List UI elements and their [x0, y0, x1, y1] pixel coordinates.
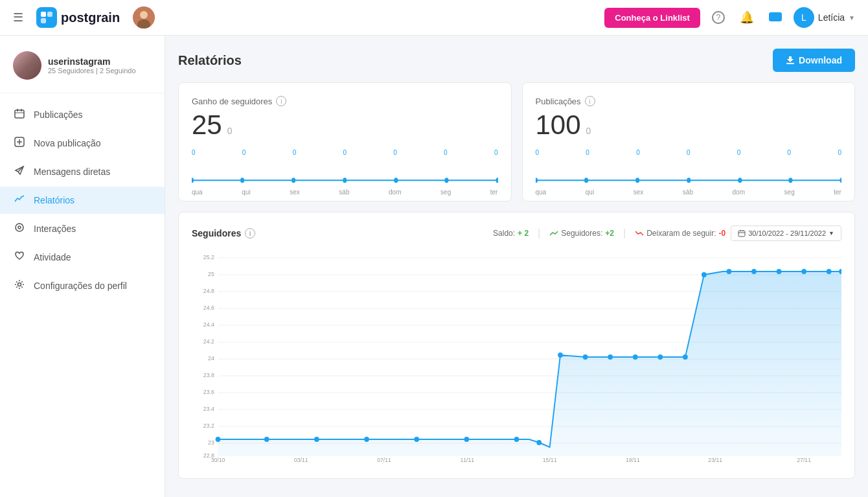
sidebar-item-interacoes[interactable]: Interações — [0, 215, 165, 242]
svg-text:24.2: 24.2 — [203, 338, 214, 345]
mini-chart-seguidores: 0 0 0 0 0 0 0 — [192, 149, 498, 188]
data-point — [683, 354, 688, 360]
chevron-down-icon: ▼ — [849, 14, 855, 21]
data-point — [801, 269, 806, 274]
data-point — [464, 437, 469, 442]
sidebar-username: userinstagram — [48, 56, 136, 67]
followers-header: Seguidores i Saldo: + 2 | Seguidores: +2… — [192, 225, 841, 241]
mini-chart-days-pub: qua qui sex sáb dom seg ter — [536, 189, 842, 196]
messages-button[interactable] — [765, 7, 786, 28]
help-button[interactable]: ? — [708, 7, 729, 28]
sidebar-avatar — [13, 51, 41, 80]
chart-icon — [13, 194, 26, 207]
linklist-button[interactable]: Conheça o Linklist — [604, 8, 700, 28]
logo: postgrain — [36, 7, 120, 28]
svg-text:19/11: 19/11 — [626, 457, 640, 463]
sidebar-item-publicacoes[interactable]: Publicações — [0, 101, 165, 128]
svg-text:11/11: 11/11 — [460, 457, 474, 463]
svg-point-34 — [839, 178, 841, 183]
data-point — [751, 269, 757, 274]
svg-point-28 — [536, 178, 538, 183]
data-point — [777, 269, 782, 274]
svg-point-22 — [291, 178, 295, 183]
user-menu[interactable]: L Letícia ▼ — [794, 7, 855, 28]
calendar-icon — [13, 108, 26, 121]
sidebar-label-interacoes: Interações — [34, 224, 76, 234]
trend-down-icon — [635, 230, 644, 237]
svg-point-21 — [240, 178, 244, 183]
svg-text:23/11: 23/11 — [708, 457, 722, 463]
send-icon — [13, 165, 26, 178]
trend-up-icon — [549, 230, 558, 237]
topnav-profile-avatar[interactable] — [133, 6, 155, 29]
download-icon — [786, 56, 795, 65]
sidebar-label-publicacoes: Publicações — [34, 110, 83, 120]
metric-change-seguidores: 0 — [227, 126, 233, 136]
area-fill — [218, 272, 841, 456]
followers-chart-svg: 25.2 25 24.8 24.6 24.4 24.2 24 23.8 23.6… — [192, 251, 841, 465]
svg-point-16 — [18, 226, 21, 229]
svg-text:03/11: 03/11 — [294, 457, 308, 463]
followers-chart-container: 25.2 25 24.8 24.6 24.4 24.2 24 23.8 23.6… — [192, 251, 841, 465]
sidebar-item-relatorios[interactable]: Relatórios — [0, 187, 165, 214]
mini-chart-days-seguidores: qua qui sex sáb dom seg ter — [192, 189, 498, 196]
info-icon-followers[interactable]: i — [245, 228, 255, 238]
followers-title: Seguidores i — [192, 228, 255, 238]
sidebar-profile-info: userinstagram 25 Seguidores | 2 Seguindo — [48, 56, 136, 75]
sidebar-label-configuracoes: Configurações do perfil — [34, 281, 127, 291]
svg-rect-1 — [47, 12, 52, 17]
info-icon[interactable]: i — [276, 96, 286, 106]
date-range-button[interactable]: 30/10/2022 - 29/11/2022 ▼ — [731, 225, 841, 241]
svg-text:24: 24 — [208, 355, 214, 362]
sidebar-profile: userinstagram 25 Seguidores | 2 Seguindo — [0, 46, 165, 93]
svg-rect-18 — [786, 63, 794, 64]
data-point — [514, 437, 520, 442]
svg-text:25: 25 — [208, 271, 214, 277]
divider2: | — [623, 227, 626, 239]
sidebar-item-atividade[interactable]: Atividade — [0, 244, 165, 271]
svg-text:15/11: 15/11 — [543, 457, 557, 463]
main-content: Relatórios Download Ganho de seguidores … — [165, 36, 868, 497]
interactions-icon — [13, 222, 26, 235]
download-button[interactable]: Download — [773, 49, 855, 72]
svg-point-4 — [140, 11, 148, 19]
notifications-button[interactable]: 🔔 — [737, 7, 757, 28]
chat-icon — [768, 12, 782, 23]
data-point — [536, 440, 542, 445]
metric-card-title-seguidores: Ganho de seguidores i — [192, 96, 498, 106]
svg-text:27/11: 27/11 — [797, 457, 811, 463]
svg-point-29 — [584, 178, 588, 183]
sidebar-stats: 25 Seguidores | 2 Seguindo — [48, 67, 136, 75]
chevron-down-small-icon: ▼ — [828, 230, 834, 237]
help-icon: ? — [712, 11, 725, 24]
sidebar-item-nova-publicacao[interactable]: Nova publicação — [0, 130, 165, 157]
svg-text:24.8: 24.8 — [203, 288, 214, 294]
logo-text: postgrain — [61, 10, 120, 25]
svg-point-20 — [192, 178, 194, 183]
mini-chart-labels: 0 0 0 0 0 0 0 — [192, 149, 498, 156]
logo-icon — [36, 7, 57, 28]
seguidores-stat: Seguidores: +2 — [549, 229, 614, 238]
metric-number-publicacoes: 100 — [536, 111, 581, 139]
svg-rect-0 — [41, 12, 46, 17]
hamburger-icon[interactable]: ☰ — [13, 10, 23, 25]
mini-chart-publicacoes: 0 0 0 0 0 0 0 — [536, 149, 842, 188]
topnav: ☰ postgrain Conheça o Linklist ? 🔔 L Let… — [0, 0, 868, 36]
heart-icon — [13, 251, 26, 264]
sidebar-nav: Publicações Nova publicação Mensagens di… — [0, 101, 165, 299]
divider1: | — [538, 227, 540, 239]
calendar-small-icon — [738, 229, 746, 237]
svg-point-33 — [788, 178, 792, 183]
mini-chart-svg-publicacoes — [536, 159, 842, 185]
data-point — [827, 269, 832, 274]
svg-rect-2 — [41, 18, 46, 23]
svg-text:23.2: 23.2 — [203, 422, 214, 429]
data-point — [364, 437, 369, 442]
svg-point-17 — [18, 283, 21, 286]
svg-point-32 — [738, 178, 742, 183]
info-icon-publicacoes[interactable]: i — [585, 96, 595, 106]
sidebar-item-configuracoes[interactable]: Configurações do perfil — [0, 272, 165, 299]
sidebar-item-mensagens[interactable]: Mensagens diretas — [0, 158, 165, 185]
data-point — [633, 354, 638, 360]
svg-text:23.4: 23.4 — [203, 406, 214, 412]
